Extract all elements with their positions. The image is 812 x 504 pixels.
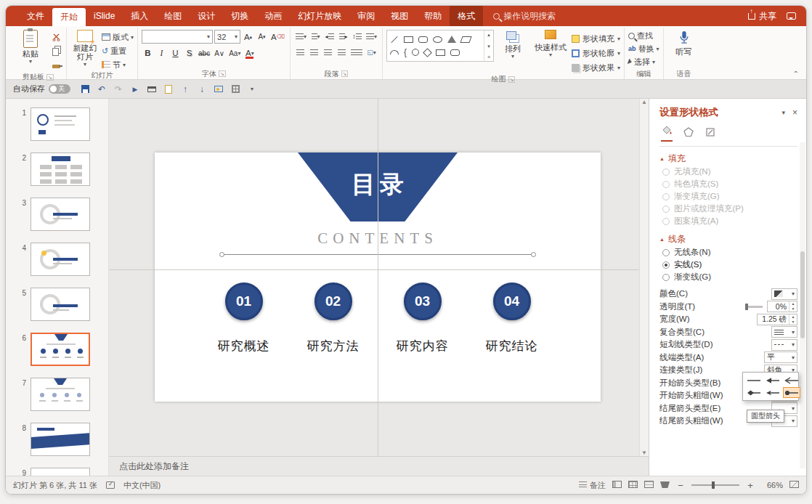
transparency-slider[interactable] [745,306,763,308]
thumbnail-preview[interactable] [31,153,90,186]
underline-button[interactable]: U [169,46,182,60]
frame-shape-icon[interactable] [436,49,445,56]
fill-section-header[interactable]: ▲填充 [659,151,797,166]
customize-quickbar-icon[interactable]: ▾ [245,82,259,97]
comments-icon[interactable] [787,12,796,20]
new-slide-button[interactable]: 新建幻灯片 ▾ [70,30,100,68]
shape-fill-button[interactable]: 形状填充▾ [572,33,620,45]
drawing-dialog-launcher[interactable]: ↘ [508,76,516,83]
print-icon[interactable] [145,82,159,97]
normal-view-button[interactable] [612,481,622,489]
thumbnail-preview[interactable] [31,378,90,411]
oval-shape-icon[interactable] [433,36,442,43]
menu-tab[interactable]: 文件 [19,6,52,26]
thumbnail-preview[interactable] [31,468,90,476]
stealth-arrow-option[interactable] [764,387,781,398]
collapse-ribbon-button[interactable]: ⌃ [793,70,799,78]
diamond-shape-icon[interactable] [423,48,432,57]
pane-scrollbar[interactable] [800,142,805,468]
font-name-combo[interactable]: ▾ [142,30,213,44]
share-button[interactable]: 共享 [748,10,776,23]
slide-thumbnail[interactable]: 2 [6,153,108,186]
slideshow-icon[interactable]: ▶ [128,82,142,97]
toc-item[interactable]: 04 研究结论 [467,283,556,354]
bold-button[interactable]: B [142,46,154,60]
reset-button[interactable]: ↺重置 [102,45,134,57]
property-dropdown[interactable]: ▾ [771,326,797,338]
notes-toggle[interactable]: 备注 [579,480,606,491]
quick-styles-button[interactable]: 快速样式▾ [532,30,569,58]
transparency-spinner[interactable]: 0%▲▼ [767,301,797,312]
columns-button[interactable] [349,46,364,59]
character-spacing-button[interactable]: A∨ [213,46,226,60]
size-properties-tab[interactable] [705,126,716,142]
effects-tab[interactable] [683,126,694,142]
change-case-button[interactable]: Aa▾ [227,46,242,60]
font-color-button[interactable]: A▾ [243,46,256,60]
justify-button[interactable] [336,46,348,59]
menu-tab[interactable]: 动画 [256,6,290,26]
autosave-toggle[interactable]: 自动保存 关 [13,84,70,94]
menu-tab[interactable]: iSlide [86,6,123,26]
dictate-button[interactable]: 听写 [667,30,701,56]
menu-tab[interactable]: 审阅 [349,6,383,26]
language-indicator[interactable]: 中文(中国) [123,480,161,491]
scroll-down-arrow[interactable]: ▼ [641,450,647,456]
align-left-button[interactable] [294,46,306,59]
cut-button[interactable] [49,31,62,43]
align-right-button[interactable] [322,46,334,59]
toc-number-circle[interactable]: 01 [225,283,263,320]
replace-button[interactable]: ab替换▾ [628,43,659,54]
zoom-slider-thumb[interactable] [712,481,715,489]
redo-icon[interactable]: ↷ [111,82,126,97]
rectangle-shape-icon[interactable] [404,36,413,43]
arrange-button[interactable]: 排列▾ [496,30,529,60]
shape-outline-button[interactable]: 形状轮廓▾ [572,47,620,60]
slide-thumbnail[interactable]: 9 [6,468,108,476]
slide-thumbnail[interactable]: 6 [6,333,108,366]
menu-tab[interactable]: 开始 [52,8,86,26]
pane-scrollbar-thumb[interactable] [800,251,805,338]
zoom-out-button[interactable]: − [676,480,685,491]
slide-thumbnail[interactable]: 7 [6,378,108,411]
shapes-gallery[interactable]: { ▴ ▾ ≡ [386,30,494,62]
diamond-arrow-option[interactable] [745,387,763,398]
decrease-font-button[interactable]: A▾ [256,31,268,44]
pane-close-button[interactable]: × [792,107,797,118]
reading-view-button[interactable] [644,481,654,489]
grid-icon[interactable] [228,82,243,97]
fill-option[interactable]: 无填充(N) [659,166,797,178]
line-option[interactable]: 无线条(N) [659,246,797,259]
thumbnail-preview[interactable] [31,107,90,141]
font-size-combo[interactable]: 32▾ [214,30,240,44]
tell-me-search[interactable]: 操作说明搜索 [493,6,556,26]
menu-tab[interactable]: 切换 [223,6,256,26]
thumbnail-preview[interactable] [31,198,90,231]
triangle-arrow-option[interactable] [764,375,781,386]
slide-thumbnail[interactable]: 3 [6,198,108,231]
shapes-more-button[interactable]: ≡ [487,54,490,60]
find-button[interactable]: 查找 [628,30,653,41]
copy-button[interactable] [49,46,62,57]
clipboard-dialog-launcher[interactable]: ↘ [46,74,54,81]
notes-placeholder[interactable]: 点击此处添加备注 [119,460,189,473]
menu-tab[interactable]: 格式 [450,6,483,26]
align-center-button[interactable] [308,46,320,59]
new-slide-icon[interactable] [161,82,176,97]
line-color-button[interactable]: ▾ [771,288,797,300]
select-button[interactable]: 选择▾ [628,56,655,68]
circle-shape-icon[interactable] [412,49,419,56]
brace-shape-icon[interactable]: { [404,49,407,56]
scroll-up-arrow[interactable]: ▲ [641,99,647,105]
menu-tab[interactable]: 插入 [123,6,156,26]
numbering-button[interactable]: ▾ [309,30,322,43]
layout-button[interactable]: 版式▾ [102,31,134,43]
callout-shape-icon[interactable] [450,49,460,56]
toc-number-circle[interactable]: 03 [404,283,442,320]
width-spinner[interactable]: 1.25 磅▲▼ [757,314,797,325]
line-shape-icon[interactable] [391,36,397,42]
rounded-rectangle-shape-icon[interactable] [418,36,428,43]
fill-line-tab[interactable] [661,125,673,142]
slide-thumbnail[interactable]: 5 [6,288,108,321]
arc-shape-icon[interactable] [390,50,399,54]
